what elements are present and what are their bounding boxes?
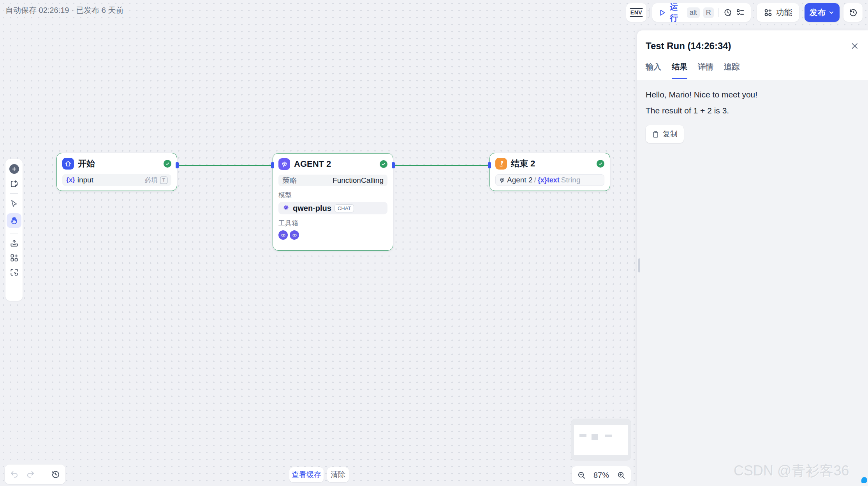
checklist-icon[interactable] [736, 8, 745, 17]
view-cache-button[interactable]: 查看缓存 [289, 467, 324, 482]
toolbox-label: 工具箱 [278, 219, 387, 228]
success-check-icon [380, 160, 387, 168]
version-history-button[interactable] [843, 3, 863, 22]
minimap-viewport [574, 425, 628, 455]
panel-resize-handle[interactable] [638, 258, 640, 272]
handle-end-in[interactable] [488, 162, 491, 168]
tool-icon[interactable] [278, 230, 288, 240]
panel-tabs: 输入 结果 详情 追踪 [646, 62, 739, 79]
canvas-toolbar [5, 159, 23, 301]
add-note-icon[interactable] [9, 179, 19, 188]
model-label: 模型 [278, 191, 387, 200]
autosave-status: 自动保存 02:26:19 · 已发布 6 天前 [5, 5, 123, 16]
node-title: 开始 [78, 158, 160, 170]
ref-node-name: Agent 2 [507, 176, 533, 184]
hand-tool-icon [10, 216, 18, 225]
strategy-value: FunctionCalling [333, 176, 384, 185]
minimap-node-end [605, 435, 612, 437]
play-icon[interactable] [658, 8, 666, 17]
edge-start-to-agent [177, 165, 273, 166]
end-output-variable-row[interactable]: Agent 2 / {x}text String [495, 174, 604, 186]
zoom-controls: 87% [572, 466, 631, 484]
version-history-icon [849, 8, 858, 17]
model-mode-badge: CHAT [335, 204, 354, 212]
tool-icon[interactable] [290, 230, 299, 240]
ref-variable: {x}text [538, 176, 560, 184]
zoom-in-icon[interactable] [616, 470, 626, 480]
variable-name: input [77, 176, 93, 184]
handle-agent-out[interactable] [392, 162, 395, 168]
publish-button[interactable]: 发布 [805, 3, 840, 22]
toolbox-row [278, 230, 387, 240]
result-paragraph: Hello, Mario! Nice to meet you! [646, 90, 859, 99]
toolbar-divider [10, 233, 18, 233]
cursor-dot [861, 477, 867, 483]
minimap-node-start [579, 434, 586, 437]
node-title: AGENT 2 [294, 159, 376, 169]
features-button[interactable]: 功能 [757, 3, 799, 22]
clipboard-icon [652, 131, 659, 138]
pill-divider [43, 470, 44, 479]
run-toolbar: 运行 alt R [652, 3, 751, 22]
qwen-logo-icon [282, 204, 290, 212]
handle-start-out[interactable] [176, 162, 179, 168]
run-pill-divider [718, 8, 719, 17]
node-title: 结束 2 [511, 158, 593, 170]
node-agent[interactable]: AGENT 2 策略 FunctionCalling 模型 qwen-plus … [273, 153, 393, 251]
features-label: 功能 [776, 7, 792, 18]
add-block-icon[interactable] [9, 253, 19, 262]
undo-icon[interactable] [10, 470, 19, 479]
close-icon[interactable] [850, 41, 859, 51]
required-label: 必填 [144, 176, 158, 185]
node-start-header: 开始 [62, 158, 171, 170]
node-start[interactable]: 开始 {x} input 必填 T [56, 153, 177, 191]
agent-model-row[interactable]: qwen-plus CHAT [278, 202, 387, 214]
ref-separator: / [534, 176, 536, 184]
text-input-type-icon: T [160, 177, 167, 184]
node-end[interactable]: 结束 2 Agent 2 / {x}text String [489, 153, 610, 191]
result-paragraph: The result of 1 + 2 is 3. [646, 106, 859, 115]
hand-tool-button[interactable] [7, 213, 21, 228]
import-dsl-icon[interactable] [9, 239, 19, 248]
shortcut-alt-key: alt [687, 7, 700, 18]
tab-trace[interactable]: 追踪 [724, 62, 739, 79]
minimap[interactable] [571, 419, 631, 460]
result-content: Hello, Mario! Nice to meet you! The resu… [637, 80, 868, 486]
edge-agent-to-end [393, 165, 489, 166]
copy-button[interactable]: 复制 [646, 125, 684, 143]
agent-icon [278, 158, 290, 170]
variable-icon: {x} [66, 176, 75, 184]
env-button[interactable]: ENV [626, 3, 646, 22]
add-node-button[interactable] [9, 164, 19, 174]
test-run-panel: Test Run (14:26:34) 输入 结果 详情 追踪 Hello, M… [637, 30, 868, 486]
run-button[interactable]: 运行 [670, 2, 683, 23]
strategy-label: 策略 [282, 175, 297, 186]
tab-input[interactable]: 输入 [646, 62, 661, 79]
shortcut-r-key: R [703, 7, 714, 18]
run-history-icon[interactable] [724, 8, 732, 17]
env-icon: ENV [630, 8, 643, 17]
success-check-icon [164, 160, 171, 168]
change-history-icon[interactable] [51, 470, 60, 479]
redo-icon[interactable] [26, 470, 35, 479]
tab-detail[interactable]: 详情 [698, 62, 713, 79]
undo-redo-toolbar [5, 465, 65, 484]
home-icon [62, 158, 74, 170]
agent-strategy-row[interactable]: 策略 FunctionCalling [278, 175, 387, 186]
pointer-tool-icon[interactable] [9, 199, 19, 208]
handle-agent-in[interactable] [271, 162, 274, 168]
zoom-level: 87% [593, 471, 609, 480]
watermark: CSDN @青衫客36 [734, 461, 849, 481]
clear-cache-button[interactable]: 清除 [327, 467, 349, 482]
workflow-editor: { "topbar": { "autosave": "自动保存 02:26:19… [0, 0, 868, 486]
flag-icon [495, 158, 507, 170]
ref-type: String [561, 176, 581, 184]
tab-result[interactable]: 结果 [672, 62, 687, 79]
copy-label: 复制 [663, 129, 678, 139]
start-input-variable-row[interactable]: {x} input 必填 T [62, 174, 171, 186]
toolbar-divider [649, 8, 650, 17]
fit-view-icon[interactable] [9, 267, 19, 277]
success-check-icon [597, 160, 604, 168]
node-agent-header: AGENT 2 [278, 158, 387, 170]
zoom-out-icon[interactable] [577, 470, 586, 480]
